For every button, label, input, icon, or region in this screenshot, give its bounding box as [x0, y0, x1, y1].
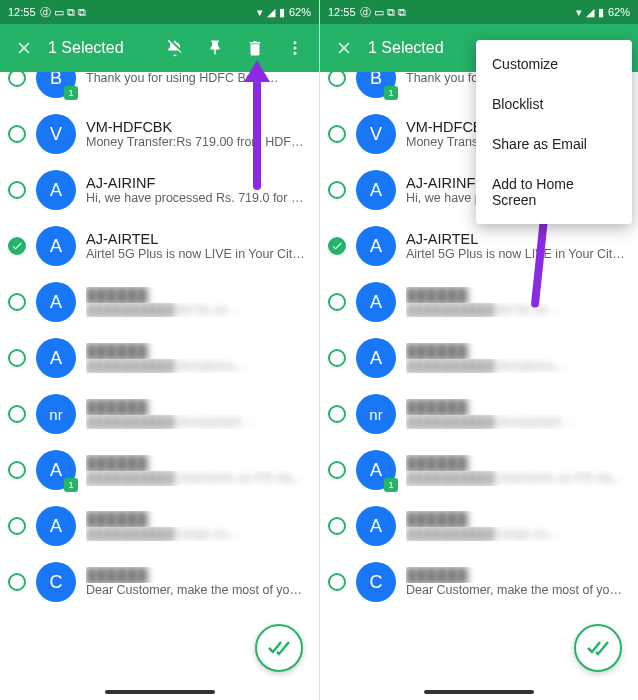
mark-all-read-fab[interactable] [574, 624, 622, 672]
message-row[interactable]: A1████████████████ vestments an FD via… [320, 442, 638, 498]
sender-label: AJ-AIRTEL [86, 231, 309, 247]
close-icon [335, 39, 353, 57]
message-row[interactable]: AAJ-AIRINFHi, we have processed Rs. 719.… [0, 162, 319, 218]
message-text: VM-HDFCBKMoney Transfer:Rs 719.00 from H… [86, 119, 309, 149]
message-text: AJ-AIRTELAirtel 5G Plus is now LIVE in Y… [406, 231, 628, 261]
selection-appbar: 1 Selected [0, 24, 319, 72]
close-selection-button[interactable] [324, 28, 364, 68]
bell-off-icon [165, 38, 185, 58]
select-circle[interactable] [8, 181, 26, 199]
message-row[interactable]: A████████████████ 60 for ve… [0, 274, 319, 330]
message-text: ████████████████ 60 for ve… [406, 287, 628, 317]
preview-text: ██████████ vestments an FD via… [86, 471, 309, 486]
sender-label: ██████ [86, 343, 309, 359]
avatar: A [36, 338, 76, 378]
select-circle[interactable] [8, 349, 26, 367]
unread-badge: 1 [384, 478, 398, 492]
preview-text: ██████████ ternationa… [406, 359, 628, 373]
select-circle[interactable] [328, 349, 346, 367]
message-row[interactable]: VVM-HDFCBKMoney Transfer:Rs 719.00 from … [0, 106, 319, 162]
avatar: nr [36, 394, 76, 434]
preview-text: Dear Customer, make the most of yo… [406, 583, 628, 597]
select-circle[interactable] [328, 72, 346, 87]
preview-text: Airtel 5G Plus is now LIVE in Your City… [406, 247, 628, 261]
message-row[interactable]: AAJ-AIRTELAirtel 5G Plus is now LIVE in … [320, 218, 638, 274]
message-text: ████████████████ dnozqv6ylh… [406, 399, 628, 429]
message-row[interactable]: A████████████████ 60 for ve… [320, 274, 638, 330]
phone-right: 12:55 ⓓ ▭ ⧉ ⧉ ▾ ◢ ▮ 62% 1 Selected B1 Th… [319, 0, 638, 700]
menu-blocklist[interactable]: Blocklist [476, 84, 632, 124]
message-row[interactable]: nr████████████████ dnozqv6ylh… [320, 386, 638, 442]
message-row[interactable]: C██████Dear Customer, make the most of y… [0, 554, 319, 610]
message-text: ████████████████ dnozqv6ylh… [86, 399, 309, 429]
signal-icon: ◢ [586, 6, 594, 19]
trash-icon [246, 39, 264, 57]
sender-label: ██████ [406, 455, 628, 471]
mute-button[interactable] [155, 28, 195, 68]
double-check-icon [586, 636, 610, 660]
status-icons-left: ⓓ ▭ ⧉ ⧉ [360, 5, 406, 20]
avatar: C [36, 562, 76, 602]
message-list[interactable]: B1 Thank you for using HDFC Bank…VVM-HDF… [0, 72, 319, 700]
preview-text: Hi, we have processed Rs. 719.0 for y… [86, 191, 309, 205]
preview-text: ██████████ 60 for ve… [86, 303, 309, 317]
message-row[interactable]: A████████████████ ternationa… [320, 330, 638, 386]
message-row[interactable]: A1████████████████ vestments an FD via… [0, 442, 319, 498]
preview-text: ██████████ harge no… [406, 527, 628, 541]
svg-point-1 [294, 47, 297, 50]
delete-button[interactable] [235, 28, 275, 68]
close-selection-button[interactable] [4, 28, 44, 68]
unread-badge: 1 [64, 478, 78, 492]
select-circle[interactable] [8, 293, 26, 311]
select-circle[interactable] [328, 181, 346, 199]
select-circle[interactable] [8, 517, 26, 535]
message-row[interactable]: C██████Dear Customer, make the most of y… [320, 554, 638, 610]
gesture-bar [105, 690, 215, 694]
unread-badge: 1 [384, 86, 398, 100]
overflow-menu: Customize Blocklist Share as Email Add t… [476, 40, 632, 224]
pin-button[interactable] [195, 28, 235, 68]
message-row[interactable]: AAJ-AIRTELAirtel 5G Plus is now LIVE in … [0, 218, 319, 274]
select-circle[interactable] [328, 405, 346, 423]
avatar: B1 [356, 72, 396, 98]
status-icons-left: ⓓ ▭ ⧉ ⧉ [40, 5, 86, 20]
double-check-icon [267, 636, 291, 660]
message-row[interactable]: B1 Thank you for using HDFC Bank… [0, 72, 319, 106]
avatar: A [356, 226, 396, 266]
more-button[interactable] [275, 28, 315, 68]
message-text: ████████████████ vestments an FD via… [86, 455, 309, 486]
mark-all-read-fab[interactable] [255, 624, 303, 672]
message-text: AJ-AIRTELAirtel 5G Plus is now LIVE in Y… [86, 231, 309, 261]
select-circle[interactable] [8, 573, 26, 591]
status-bar: 12:55 ⓓ ▭ ⧉ ⧉ ▾ ◢ ▮ 62% [320, 0, 638, 24]
select-circle[interactable] [328, 237, 346, 255]
message-row[interactable]: nr████████████████ dnozqv6ylh… [0, 386, 319, 442]
close-icon [15, 39, 33, 57]
select-circle[interactable] [8, 461, 26, 479]
select-circle[interactable] [328, 125, 346, 143]
avatar: A1 [356, 450, 396, 490]
sender-label: ██████ [86, 511, 309, 527]
appbar-title: 1 Selected [44, 39, 155, 57]
select-circle[interactable] [8, 405, 26, 423]
preview-text: Dear Customer, make the most of yo… [86, 583, 309, 597]
menu-add-home[interactable]: Add to Home Screen [476, 164, 632, 220]
message-row[interactable]: A████████████████ harge no… [0, 498, 319, 554]
sender-label: ██████ [86, 399, 309, 415]
select-circle[interactable] [328, 573, 346, 591]
message-text: Thank you for using HDFC Bank… [86, 72, 309, 85]
unread-badge: 1 [64, 86, 78, 100]
select-circle[interactable] [328, 461, 346, 479]
avatar: A1 [36, 450, 76, 490]
message-row[interactable]: A████████████████ harge no… [320, 498, 638, 554]
select-circle[interactable] [328, 293, 346, 311]
menu-share-email[interactable]: Share as Email [476, 124, 632, 164]
select-circle[interactable] [8, 72, 26, 87]
preview-text: ██████████ harge no… [86, 527, 309, 541]
select-circle[interactable] [328, 517, 346, 535]
select-circle[interactable] [8, 125, 26, 143]
message-row[interactable]: A████████████████ ternationa… [0, 330, 319, 386]
menu-customize[interactable]: Customize [476, 44, 632, 84]
select-circle[interactable] [8, 237, 26, 255]
phone-left: 12:55 ⓓ ▭ ⧉ ⧉ ▾ ◢ ▮ 62% 1 Selected B1 Th… [0, 0, 319, 700]
